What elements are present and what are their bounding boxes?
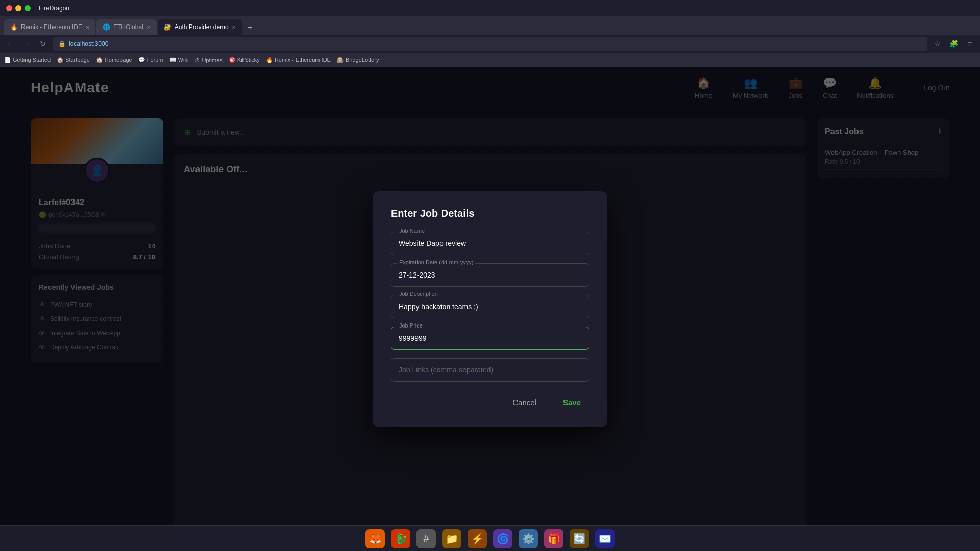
taskbar: 🦊 🐉 # 📁 ⚡ 🌀 ⚙️ 🎁 🔄 ✉️ [0, 525, 980, 551]
browser-chrome: FireDragon 🔥 Remix - Ethereum IDE ✕ 🌐 ET… [0, 0, 980, 67]
bookmark-bridgelottery[interactable]: 🎰 BridgeLottery [337, 57, 379, 63]
taskbar-item-1[interactable]: 🦊 [365, 529, 385, 548]
title-bar: FireDragon [0, 0, 980, 16]
job-name-input[interactable] [391, 232, 589, 255]
tab-ethglobal[interactable]: 🌐 ETHGlobal ✕ [96, 19, 157, 35]
tab-close-remix[interactable]: ✕ [85, 24, 89, 30]
taskbar-item-4[interactable]: 📁 [442, 529, 461, 548]
modal-title: Enter Job Details [391, 208, 589, 219]
app-title: FireDragon [39, 5, 69, 12]
bookmark-forum[interactable]: 💬 Forum [138, 57, 163, 63]
taskbar-item-10[interactable]: ✉️ [595, 529, 615, 548]
bookmark-wiki[interactable]: 📖 Wiki [169, 57, 189, 63]
modal-overlay: Enter Job Details Job Name Expiration Da… [0, 67, 980, 551]
tab-auth[interactable]: 🔐 Auth Provider demo ✕ [158, 19, 242, 35]
save-button[interactable]: Save [555, 394, 589, 411]
tab-close-auth[interactable]: ✕ [232, 24, 236, 30]
expiration-date-input[interactable] [391, 263, 589, 287]
modal-actions: Cancel Save [391, 394, 589, 411]
extension-button[interactable]: 🧩 [947, 38, 960, 50]
taskbar-item-7[interactable]: ⚙️ [519, 529, 538, 548]
reload-button[interactable]: ↻ [37, 38, 49, 50]
taskbar-item-9[interactable]: 🔄 [570, 529, 589, 548]
address-bar-row: ← → ↻ 🔒 localhost:3000 ☆ 🧩 ≡ [0, 35, 980, 53]
tab-favicon: 🔐 [164, 23, 172, 31]
taskbar-item-3[interactable]: # [416, 529, 436, 548]
traffic-lights [6, 5, 31, 11]
expiration-date-label: Expiration Date (dd-mm-yyyy) [397, 259, 475, 265]
minimize-window-button[interactable] [15, 5, 21, 11]
menu-button[interactable]: ≡ [964, 38, 976, 50]
forward-button[interactable]: → [20, 38, 33, 50]
tab-favicon: 🌐 [103, 23, 110, 31]
bookmarks-bar: 📄 Getting Started 🏠 Startpage 🏠 Homepage… [0, 53, 980, 67]
taskbar-item-2[interactable]: 🐉 [391, 529, 410, 548]
bookmark-getting-started[interactable]: 📄 Getting Started [4, 57, 51, 63]
job-name-group: Job Name [391, 232, 589, 255]
tab-label: ETHGlobal [113, 23, 143, 31]
app-container: HelpAMate 🏠 Home 👥 My Network 💼 Jobs 💬 C… [0, 67, 980, 551]
tab-remix[interactable]: 🔥 Remix - Ethereum IDE ✕ [4, 19, 95, 35]
tab-label: Auth Provider demo [175, 23, 229, 31]
tab-close-ethglobal[interactable]: ✕ [146, 24, 151, 30]
job-description-group: Job Description [391, 295, 589, 318]
bookmark-remix[interactable]: 🔥 Remix - Ethereum IDE [266, 57, 331, 63]
job-details-modal: Enter Job Details Job Name Expiration Da… [373, 191, 607, 427]
bookmark-homepage[interactable]: 🏠 Homepage [96, 57, 132, 63]
address-text: localhost:3000 [69, 40, 108, 47]
job-price-input[interactable] [391, 327, 589, 350]
job-price-group: Job Price [391, 327, 589, 350]
bookmark-uptimes[interactable]: ⏱ Uptimes [194, 57, 222, 63]
taskbar-item-8[interactable]: 🎁 [544, 529, 564, 548]
maximize-window-button[interactable] [24, 5, 31, 11]
address-bar[interactable]: 🔒 localhost:3000 [53, 37, 927, 51]
bookmark-killsticky[interactable]: 🎯 KillSticky [229, 57, 260, 63]
tab-label: Remix - Ethereum IDE [21, 23, 82, 31]
secure-icon: 🔒 [58, 40, 66, 47]
new-tab-button[interactable]: + [243, 20, 257, 35]
job-name-label: Job Name [397, 228, 427, 234]
cancel-button[interactable]: Cancel [504, 394, 545, 411]
close-window-button[interactable] [6, 5, 12, 11]
bookmark-startpage[interactable]: 🏠 Startpage [57, 57, 90, 63]
tab-bar: 🔥 Remix - Ethereum IDE ✕ 🌐 ETHGlobal ✕ 🔐… [0, 16, 980, 35]
expiration-date-group: Expiration Date (dd-mm-yyyy) [391, 263, 589, 287]
job-price-label: Job Price [397, 322, 425, 329]
tab-favicon: 🔥 [10, 23, 18, 31]
job-links-input[interactable] [391, 358, 589, 382]
taskbar-item-5[interactable]: ⚡ [468, 529, 487, 548]
back-button[interactable]: ← [4, 38, 16, 50]
taskbar-item-6[interactable]: 🌀 [493, 529, 512, 548]
job-description-input[interactable] [391, 295, 589, 318]
bookmark-star[interactable]: ☆ [931, 38, 943, 50]
job-links-group [391, 358, 589, 382]
job-description-label: Job Description [397, 291, 440, 297]
